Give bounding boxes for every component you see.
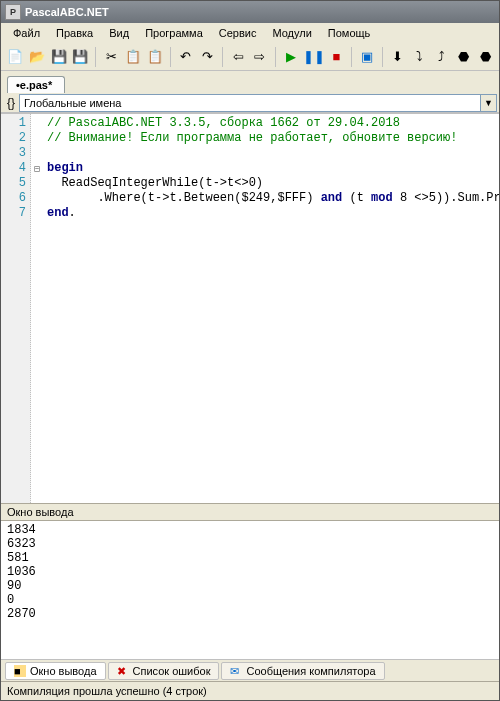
pause-icon[interactable]: ❚❚ — [303, 46, 325, 68]
save-icon[interactable]: 💾 — [49, 46, 69, 68]
code-area[interactable]: // PascalABC.NET 3.3.5, сборка 1662 от 2… — [43, 114, 499, 503]
run-icon[interactable]: ▶ — [281, 46, 301, 68]
tab-errors[interactable]: ✖ Список ошибок — [108, 662, 220, 680]
copy-icon[interactable]: 📋 — [123, 46, 143, 68]
bottom-tabs: ■ Окно вывода ✖ Список ошибок ✉ Сообщени… — [1, 659, 499, 681]
status-bar: Компиляция прошла успешно (4 строк) — [1, 681, 499, 699]
scope-input[interactable] — [19, 94, 481, 112]
stop-icon[interactable]: ■ — [327, 46, 347, 68]
errors-tab-icon: ✖ — [117, 665, 129, 677]
output-header: Окно вывода — [1, 503, 499, 521]
tab-label: Сообщения компилятора — [246, 665, 375, 677]
watch-icon[interactable]: ⬣ — [475, 46, 495, 68]
breakpoint-icon[interactable]: ⬣ — [453, 46, 473, 68]
nav-fwd-icon[interactable]: ⇨ — [250, 46, 270, 68]
menu-service[interactable]: Сервис — [211, 25, 265, 41]
save-all-icon[interactable]: 💾 — [70, 46, 90, 68]
line-gutter: 1234567 — [1, 114, 31, 503]
tab-label: Окно вывода — [30, 665, 97, 677]
output-panel[interactable]: 1834 6323 581 1036 90 0 2870 — [1, 521, 499, 659]
undo-icon[interactable]: ↶ — [176, 46, 196, 68]
output-tab-icon: ■ — [14, 665, 26, 677]
window-title: PascalABC.NET — [25, 6, 109, 18]
separator — [351, 47, 352, 67]
fold-gutter[interactable]: ⊟ — [31, 114, 43, 503]
tab-compiler[interactable]: ✉ Сообщения компилятора — [221, 662, 384, 680]
scope-icon: {} — [3, 95, 19, 111]
tab-file[interactable]: •e.pas* — [7, 76, 65, 93]
file-tabs: •e.pas* — [1, 71, 499, 93]
app-icon: P — [5, 4, 21, 20]
cut-icon[interactable]: ✂ — [101, 46, 121, 68]
separator — [275, 47, 276, 67]
toolbar: 📄 📂 💾 💾 ✂ 📋 📋 ↶ ↷ ⇦ ⇨ ▶ ❚❚ ■ ▣ ⬇ ⤵ ⤴ ⬣ ⬣ — [1, 43, 499, 71]
separator — [382, 47, 383, 67]
step-into-icon[interactable]: ⬇ — [388, 46, 408, 68]
nav-back-icon[interactable]: ⇦ — [228, 46, 248, 68]
menu-program[interactable]: Программа — [137, 25, 211, 41]
titlebar: P PascalABC.NET — [1, 1, 499, 23]
new-file-icon[interactable]: 📄 — [5, 46, 25, 68]
tab-label: Список ошибок — [133, 665, 211, 677]
open-file-icon[interactable]: 📂 — [27, 46, 47, 68]
scope-dropdown-icon[interactable]: ▼ — [481, 94, 497, 112]
separator — [170, 47, 171, 67]
separator — [95, 47, 96, 67]
scope-bar: {} ▼ — [1, 93, 499, 113]
menu-help[interactable]: Помощь — [320, 25, 379, 41]
redo-icon[interactable]: ↷ — [197, 46, 217, 68]
code-editor[interactable]: 1234567 ⊟ // PascalABC.NET 3.3.5, сборка… — [1, 113, 499, 503]
step-over-icon[interactable]: ⤵ — [410, 46, 430, 68]
separator — [222, 47, 223, 67]
menu-edit[interactable]: Правка — [48, 25, 101, 41]
menubar: Файл Правка Вид Программа Сервис Модули … — [1, 23, 499, 43]
paste-icon[interactable]: 📋 — [145, 46, 165, 68]
compile-icon[interactable]: ▣ — [357, 46, 377, 68]
status-text: Компиляция прошла успешно (4 строк) — [7, 685, 207, 697]
tab-output[interactable]: ■ Окно вывода — [5, 662, 106, 680]
menu-modules[interactable]: Модули — [264, 25, 319, 41]
menu-view[interactable]: Вид — [101, 25, 137, 41]
step-out-icon[interactable]: ⤴ — [432, 46, 452, 68]
menu-file[interactable]: Файл — [5, 25, 48, 41]
compiler-tab-icon: ✉ — [230, 665, 242, 677]
